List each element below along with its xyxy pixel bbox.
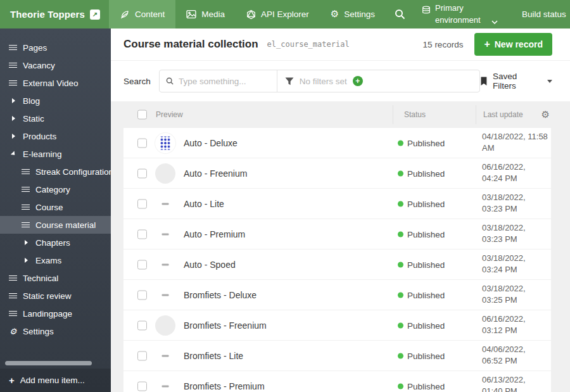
new-record-label: New record bbox=[495, 39, 543, 49]
record-name: Bromfiets - Premium bbox=[184, 381, 265, 391]
filters-segment[interactable]: No filters set + bbox=[277, 70, 479, 92]
column-divider bbox=[476, 105, 476, 124]
record-preview-thumbnail bbox=[155, 194, 175, 214]
sidebar-item-static-review[interactable]: Static review bbox=[0, 287, 111, 305]
sidebar-item-settings[interactable]: ⚙ Settings bbox=[0, 322, 111, 340]
sidebar-item-external-video[interactable]: External Video bbox=[0, 74, 111, 92]
bookmark-icon bbox=[480, 77, 488, 86]
record-preview-thumbnail bbox=[155, 133, 175, 153]
record-name: Auto - Deluxe bbox=[184, 138, 238, 148]
sidebar-item-exams[interactable]: Exams bbox=[0, 251, 111, 269]
row-checkbox[interactable] bbox=[137, 260, 147, 269]
sidebar: Pages Vacancy External Video Blog Static… bbox=[0, 28, 111, 392]
table-row[interactable]: Auto - Deluxe Published 04/18/2022, 11:5… bbox=[124, 128, 551, 158]
column-header-preview: Preview bbox=[156, 110, 183, 119]
search-input[interactable] bbox=[179, 77, 270, 86]
add-filter-button[interactable]: + bbox=[353, 76, 363, 86]
published-status-dot bbox=[398, 262, 403, 267]
sidebar-item-blog[interactable]: Blog bbox=[0, 92, 111, 110]
saved-filters-label: Saved Filters bbox=[493, 72, 542, 91]
table-settings-gear-icon[interactable]: ⚙ bbox=[542, 110, 550, 120]
table-row[interactable]: Auto - Premium Published 03/18/2022, 03:… bbox=[124, 219, 551, 249]
status-label: Published bbox=[407, 381, 445, 391]
status-label: Published bbox=[407, 260, 445, 269]
tab-settings[interactable]: ⚙ Settings bbox=[320, 0, 386, 28]
no-filters-label: No filters set bbox=[300, 77, 347, 86]
sidebar-item-pages[interactable]: Pages bbox=[0, 39, 111, 56]
gear-icon: ⚙ bbox=[10, 327, 17, 336]
row-checkbox[interactable] bbox=[137, 168, 147, 178]
status-label: Published bbox=[407, 320, 445, 330]
sidebar-item-course-material[interactable]: Course material bbox=[0, 216, 111, 234]
record-last-update: 03/18/2022, 03:23 PM bbox=[482, 192, 548, 216]
select-all-checkbox[interactable] bbox=[137, 110, 147, 120]
tab-content[interactable]: Content bbox=[109, 0, 175, 28]
table-row[interactable]: Auto - Freenium Published 06/16/2022, 04… bbox=[124, 158, 551, 188]
sidebar-item-category[interactable]: Category bbox=[0, 180, 111, 198]
row-checkbox[interactable] bbox=[137, 381, 147, 391]
published-status-dot bbox=[398, 140, 403, 146]
sidebar-item-vacancy[interactable]: Vacancy bbox=[0, 56, 111, 74]
list-icon bbox=[22, 187, 30, 193]
sidebar-item-e-learning[interactable]: E-learning bbox=[0, 145, 111, 163]
build-status-label: Build status bbox=[522, 9, 566, 19]
status-label: Published bbox=[407, 351, 445, 360]
sidebar-item-technical[interactable]: Technical bbox=[0, 269, 111, 287]
triangle-collapsed-icon bbox=[12, 116, 15, 121]
record-last-update: 06/13/2022, 01:40 PM bbox=[482, 374, 548, 392]
record-last-update: 06/16/2022, 03:12 PM bbox=[482, 313, 548, 338]
record-status: Published bbox=[398, 260, 445, 269]
row-checkbox[interactable] bbox=[137, 138, 147, 148]
table-row[interactable]: Bromfiets - Freenium Published 06/16/202… bbox=[124, 310, 551, 340]
record-last-update: 06/16/2022, 04:24 PM bbox=[482, 161, 548, 186]
record-name: Bromfiets - Freenium bbox=[184, 320, 267, 331]
tab-media[interactable]: Media bbox=[175, 0, 236, 28]
tab-api-explorer[interactable]: API Explorer bbox=[236, 0, 320, 28]
table-row[interactable]: Bromfiets - Premium Published 06/13/2022… bbox=[124, 371, 551, 392]
search-icon bbox=[166, 77, 174, 85]
sidebar-item-course[interactable]: Course bbox=[0, 198, 111, 216]
sidebar-item-products[interactable]: Products bbox=[0, 127, 111, 145]
search-label: Search bbox=[124, 77, 151, 86]
record-name: Auto - Spoed bbox=[184, 260, 236, 270]
row-checkbox[interactable] bbox=[137, 320, 147, 330]
saved-filters-menu[interactable]: Saved Filters bbox=[480, 72, 552, 91]
new-record-button[interactable]: + New record bbox=[474, 33, 552, 56]
search-filter-box: No filters set + bbox=[159, 70, 480, 92]
global-search-button[interactable] bbox=[386, 9, 414, 20]
project-brand: Theorie Toppers ↗ bbox=[0, 0, 109, 28]
list-icon bbox=[22, 205, 30, 210]
record-preview-thumbnail bbox=[155, 346, 175, 366]
sidebar-item-chapters[interactable]: Chapters bbox=[0, 234, 111, 251]
sidebar-item-landingpage[interactable]: Landingpage bbox=[0, 305, 111, 322]
record-preview-thumbnail bbox=[155, 224, 175, 244]
main-tabs: Content Media API Explorer ⚙ Settings bbox=[109, 0, 386, 28]
project-name: Theorie Toppers bbox=[10, 9, 85, 20]
record-last-update: 04/18/2022, 11:58 AM bbox=[482, 131, 548, 155]
build-status-menu[interactable]: Build status bbox=[505, 9, 570, 19]
search-filter-bar: Search No filters set + Saved Filt bbox=[111, 61, 570, 101]
open-project-icon[interactable]: ↗ bbox=[90, 9, 100, 20]
row-checkbox[interactable] bbox=[137, 199, 147, 208]
sidebar-item-streak-configuration[interactable]: Streak Configuration bbox=[0, 163, 111, 180]
database-icon bbox=[422, 6, 431, 15]
published-status-dot bbox=[398, 170, 403, 176]
main-content: Course material collection el_course_mat… bbox=[111, 28, 570, 392]
environment-selector[interactable]: Primary environment bbox=[414, 3, 505, 27]
sidebar-horizontal-scrollbar[interactable] bbox=[5, 361, 92, 365]
row-checkbox[interactable] bbox=[137, 290, 147, 300]
list-icon bbox=[9, 63, 17, 68]
sidebar-item-static[interactable]: Static bbox=[0, 110, 111, 127]
row-checkbox[interactable] bbox=[137, 229, 147, 239]
add-menu-item-button[interactable]: + Add menu item... bbox=[0, 369, 111, 392]
row-checkbox[interactable] bbox=[137, 351, 147, 360]
table-row[interactable]: Auto - Spoed Published 03/18/2022, 03:24… bbox=[124, 250, 551, 279]
table-row[interactable]: Bromfiets - Deluxe Published 03/18/2022,… bbox=[124, 280, 551, 310]
record-last-update: 03/18/2022, 03:23 PM bbox=[482, 222, 548, 246]
page-title: Course material collection bbox=[124, 38, 258, 51]
list-icon bbox=[22, 169, 30, 175]
table-row[interactable]: Bromfiets - Lite Published 04/06/2022, 0… bbox=[124, 341, 551, 370]
published-status-dot bbox=[398, 201, 403, 206]
table-row[interactable]: Auto - Lite Published 03/18/2022, 03:23 … bbox=[124, 189, 551, 218]
filter-funnel-icon bbox=[285, 77, 294, 85]
